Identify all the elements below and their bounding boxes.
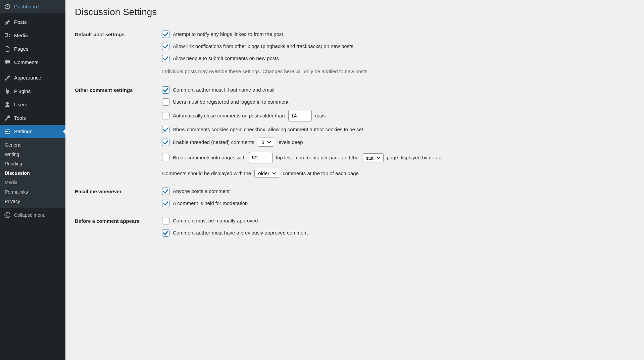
sidebar-item-media[interactable]: Media <box>0 29 65 42</box>
page-title: Discussion Settings <box>75 7 635 17</box>
section-heading: Before a comment appears <box>75 212 162 242</box>
sidebar-item-users[interactable]: Users <box>0 98 65 111</box>
sliders-icon <box>4 128 11 135</box>
label-paginate-mid: top level comments per page and the <box>276 154 359 162</box>
label-allow-pingbacks[interactable]: Allow link notifications from other blog… <box>173 42 353 50</box>
checkbox-notify-linked[interactable] <box>162 31 169 38</box>
label-notify-linked[interactable]: Attempt to notify any blogs linked to fr… <box>173 30 283 38</box>
sidebar-item-label: Posts <box>14 19 27 25</box>
brush-icon <box>4 74 11 81</box>
input-auto-close-days[interactable] <box>288 110 312 121</box>
submenu-discussion[interactable]: Discussion <box>0 168 65 178</box>
section-heading: Other comment settings <box>75 81 162 183</box>
settings-submenu: General Writing Reading Discussion Media… <box>0 138 65 208</box>
checkbox-paginate[interactable] <box>162 154 169 161</box>
label-threaded-pre[interactable]: Enable threaded (nested) comments <box>173 138 254 146</box>
collapse-menu-button[interactable]: Collapse menu <box>0 208 65 222</box>
checkbox-allow-pingbacks[interactable] <box>162 43 169 50</box>
main-content: Discussion Settings Default post setting… <box>65 0 644 360</box>
submenu-permalinks[interactable]: Permalinks <box>0 187 65 197</box>
checkbox-held-moderation[interactable] <box>162 200 169 207</box>
submenu-general[interactable]: General <box>0 140 65 150</box>
sidebar-item-posts[interactable]: Posts <box>0 15 65 29</box>
checkbox-manual-approve[interactable] <box>162 217 169 224</box>
sidebar-item-appearance[interactable]: Appearance <box>0 71 65 85</box>
sidebar-item-label: Pages <box>14 46 29 52</box>
sidebar-item-label: Media <box>14 32 28 39</box>
dashboard-icon <box>4 3 11 10</box>
input-paginate-count[interactable] <box>249 152 273 163</box>
checkbox-anyone-posts[interactable] <box>162 188 169 195</box>
checkbox-require-name-email[interactable] <box>162 86 169 94</box>
submenu-writing[interactable]: Writing <box>0 150 65 159</box>
label-anyone-posts[interactable]: Anyone posts a comment <box>173 187 230 195</box>
checkbox-prev-approved[interactable] <box>162 229 169 237</box>
user-icon <box>4 101 11 108</box>
label-prev-approved[interactable]: Comment author must have a previously ap… <box>173 229 308 237</box>
sidebar-item-label: Comments <box>14 59 39 66</box>
pages-icon <box>4 46 11 52</box>
section-before-appears: Before a comment appears Comment must be… <box>75 212 635 242</box>
sidebar-item-label: Users <box>14 101 27 108</box>
sidebar-item-plugins[interactable]: Plugins <box>0 85 65 98</box>
collapse-icon <box>4 212 11 218</box>
sidebar-item-label: Appearance <box>14 74 41 81</box>
checkbox-cookies-optin[interactable] <box>162 126 169 133</box>
submenu-privacy[interactable]: Privacy <box>0 197 65 206</box>
checkbox-allow-comments[interactable] <box>162 55 169 62</box>
section-other-comment: Other comment settings Comment author mu… <box>75 81 635 183</box>
comment-icon <box>4 59 11 66</box>
label-paginate-post: page displayed by default <box>387 154 444 162</box>
label-allow-comments[interactable]: Allow people to submit comments on new p… <box>173 54 279 62</box>
select-comment-order[interactable]: older <box>254 169 279 178</box>
label-held-moderation[interactable]: A comment is held for moderation <box>173 199 248 207</box>
label-threaded-post: levels deep <box>278 138 303 146</box>
settings-form: Default post settings Attempt to notify … <box>75 25 635 242</box>
wrench-icon <box>4 115 11 121</box>
checkbox-threaded[interactable] <box>162 139 169 146</box>
plug-icon <box>4 88 11 95</box>
label-auto-close-post: days <box>315 112 326 120</box>
collapse-label: Collapse menu <box>14 212 45 218</box>
label-order-pre: Comments should be displayed with the <box>162 169 251 177</box>
label-require-registration[interactable]: Users must be registered and logged in t… <box>173 98 288 106</box>
section-heading: Email me whenever <box>75 183 162 212</box>
sidebar-item-label: Settings <box>14 128 32 135</box>
sidebar-item-dashboard[interactable]: Dashboard <box>0 0 65 13</box>
submenu-media[interactable]: Media <box>0 178 65 187</box>
label-auto-close-pre[interactable]: Automatically close comments on posts ol… <box>173 112 285 120</box>
sidebar-item-pages[interactable]: Pages <box>0 42 65 56</box>
label-manual-approve[interactable]: Comment must be manually approved <box>173 217 258 225</box>
admin-sidebar: Dashboard Posts Media Pages Comments App… <box>0 0 65 360</box>
label-require-name-email[interactable]: Comment author must fill out name and em… <box>173 86 275 94</box>
sidebar-item-settings[interactable]: Settings <box>0 125 65 138</box>
section-heading: Default post settings <box>75 25 162 81</box>
select-paginate-default-page[interactable]: last <box>362 153 384 162</box>
section-email-me: Email me whenever Anyone posts a comment… <box>75 183 635 212</box>
media-icon <box>4 32 11 39</box>
submenu-reading[interactable]: Reading <box>0 159 65 168</box>
checkbox-require-registration[interactable] <box>162 98 169 106</box>
label-cookies-optin[interactable]: Show comments cookies opt-in checkbox, a… <box>173 125 363 134</box>
default-post-note: Individual posts may override these sett… <box>162 66 635 76</box>
sidebar-item-label: Tools <box>14 115 26 121</box>
svg-point-0 <box>5 212 10 218</box>
pin-icon <box>4 19 11 25</box>
sidebar-item-label: Plugins <box>14 88 31 95</box>
label-order-post: comments at the top of each page <box>283 169 359 177</box>
checkbox-auto-close[interactable] <box>162 112 169 119</box>
sidebar-item-comments[interactable]: Comments <box>0 56 65 69</box>
select-threaded-depth[interactable]: 5 <box>258 138 274 147</box>
sidebar-item-tools[interactable]: Tools <box>0 111 65 125</box>
section-default-post: Default post settings Attempt to notify … <box>75 25 635 81</box>
label-paginate-pre[interactable]: Break comments into pages with <box>173 154 246 162</box>
sidebar-item-label: Dashboard <box>14 3 39 10</box>
